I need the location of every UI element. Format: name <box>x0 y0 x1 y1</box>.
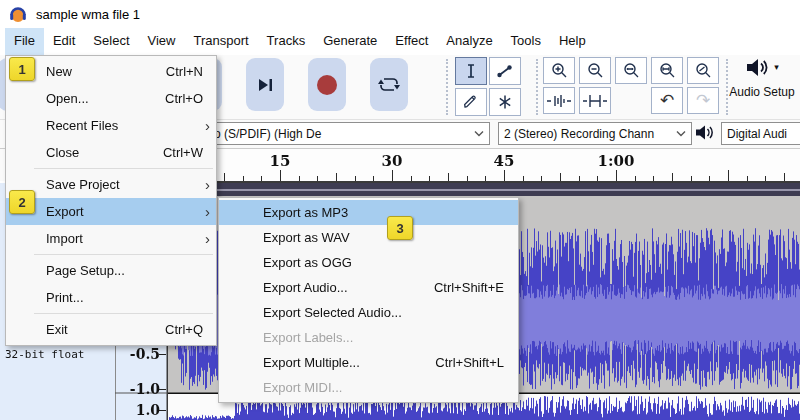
menubar-item-generate[interactable]: Generate <box>314 28 386 55</box>
submenu-arrow-icon: › <box>205 203 210 220</box>
envelope-tool-button[interactable] <box>489 57 521 85</box>
menu-item-new[interactable]: NewCtrl+N <box>6 58 216 85</box>
menu-item-export-as-mp3[interactable]: Export as MP3 <box>219 200 518 225</box>
timeline-label: 30 <box>382 152 403 170</box>
callout-badge-1: 1 <box>9 57 35 81</box>
menu-item-label: Import <box>46 231 83 246</box>
menu-item-export-selected-audio[interactable]: Export Selected Audio... <box>219 300 518 325</box>
menu-item-accelerator: Ctrl+Q <box>145 322 203 337</box>
menubar-item-analyze[interactable]: Analyze <box>437 28 501 55</box>
toolbar-grip[interactable] <box>536 59 538 115</box>
menu-item-accelerator: Ctrl+N <box>146 64 203 79</box>
menu-item-print[interactable]: Print... <box>6 284 216 311</box>
menubar-item-edit[interactable]: Edit <box>44 28 84 55</box>
loop-button[interactable] <box>370 58 408 111</box>
timeline-label: 1:00 <box>598 152 635 170</box>
timeline-ruler[interactable] <box>168 148 800 181</box>
multi-tool-button[interactable] <box>489 88 521 116</box>
menu-item-label: Open... <box>46 91 89 106</box>
menubar-item-view[interactable]: View <box>139 28 185 55</box>
playback-device-dropdown[interactable]: Digital Audi <box>721 122 800 145</box>
menu-item-exit[interactable]: ExitCtrl+Q <box>6 316 216 343</box>
speaker-icon <box>745 57 771 78</box>
menu-item-label: Print... <box>46 290 84 305</box>
menu-item-accelerator: Ctrl+Shift+E <box>414 280 504 295</box>
menu-item-open[interactable]: Open...Ctrl+O <box>6 85 216 112</box>
redo-button[interactable]: ↷ <box>687 87 719 114</box>
menu-item-label: Export as WAV <box>263 230 350 245</box>
menu-item-label: Export Labels... <box>263 330 353 345</box>
playback-speaker-icon <box>695 124 714 141</box>
draw-tool-button[interactable] <box>455 88 487 116</box>
zoom-in-button[interactable] <box>543 57 575 84</box>
menu-item-export-audio[interactable]: Export Audio...Ctrl+Shift+E <box>219 275 518 300</box>
titlebar: sample wma file 1 <box>0 0 800 28</box>
recording-channels-dropdown[interactable]: 2 (Stereo) Recording Chann <box>498 122 692 145</box>
toolbar-grip[interactable] <box>446 59 448 115</box>
menu-item-export-as-wav[interactable]: Export as WAV <box>219 225 518 250</box>
menu-item-close[interactable]: CloseCtrl+W <box>6 139 216 166</box>
menu-item-accelerator: Ctrl+O <box>145 91 203 106</box>
menu-item-accelerator: Ctrl+Shift+L <box>415 355 504 370</box>
menu-item-export-multiple[interactable]: Export Multiple...Ctrl+Shift+L <box>219 350 518 375</box>
selection-tool-button[interactable] <box>455 57 487 85</box>
menubar-item-help[interactable]: Help <box>550 28 595 55</box>
menu-item-save-project[interactable]: Save Project› <box>6 171 216 198</box>
menu-item-accelerator: Ctrl+W <box>143 145 203 160</box>
undo-icon: ↶ <box>660 92 674 109</box>
callout-badge-3: 3 <box>387 216 413 240</box>
zoom-toggle-button[interactable] <box>687 57 719 84</box>
menubar-item-select[interactable]: Select <box>84 28 138 55</box>
menu-separator <box>34 168 213 169</box>
menu-item-label: Recent Files <box>46 118 118 133</box>
timeline-label: 15 <box>270 152 291 170</box>
trim-audio-button[interactable] <box>543 87 575 114</box>
menu-item-page-setup[interactable]: Page Setup... <box>6 257 216 284</box>
file-menu: NewCtrl+NOpen...Ctrl+ORecent Files›Close… <box>5 55 217 346</box>
fit-project-button[interactable] <box>651 57 683 84</box>
recording-device-dropdown[interactable]: al Audio (S/PDIF) (High De <box>172 122 490 145</box>
skip-to-end-button[interactable] <box>246 58 284 111</box>
menu-item-label: Export Audio... <box>263 280 348 295</box>
menu-item-label: Export <box>46 204 84 219</box>
menu-item-export[interactable]: Export› <box>6 198 216 225</box>
playback-device-value: Digital Audi <box>727 127 787 141</box>
menu-item-label: Export as OGG <box>263 255 352 270</box>
menu-item-label: Save Project <box>46 177 120 192</box>
menubar-item-tools[interactable]: Tools <box>502 28 550 55</box>
silence-audio-button[interactable] <box>579 87 611 114</box>
timeline-label: 45 <box>494 152 515 170</box>
menu-item-label: Export Selected Audio... <box>263 305 402 320</box>
menu-item-label: Export MIDI... <box>263 380 342 395</box>
redo-icon: ↷ <box>696 92 710 109</box>
menu-item-recent-files[interactable]: Recent Files› <box>6 112 216 139</box>
menubar-item-effect[interactable]: Effect <box>386 28 437 55</box>
menu-item-export-midi: Export MIDI... <box>219 375 518 400</box>
audacity-logo-icon <box>8 4 28 24</box>
zoom-out-button[interactable] <box>579 57 611 84</box>
menu-separator <box>34 254 213 255</box>
audio-setup-label: Audio Setup <box>726 85 798 99</box>
submenu-arrow-icon: › <box>205 230 210 247</box>
fit-selection-button[interactable] <box>615 57 647 84</box>
menu-item-label: Export Multiple... <box>263 355 360 370</box>
menu-item-import[interactable]: Import› <box>6 225 216 252</box>
menu-item-export-labels: Export Labels... <box>219 325 518 350</box>
window-title: sample wma file 1 <box>36 7 140 22</box>
track-format-label: 32-bit float <box>5 348 84 361</box>
record-button[interactable] <box>308 58 346 111</box>
audio-setup-button[interactable]: ▾ Audio Setup <box>726 57 798 99</box>
menubar-item-transport[interactable]: Transport <box>184 28 257 55</box>
submenu-arrow-icon: › <box>205 176 210 193</box>
submenu-arrow-icon: › <box>205 117 210 134</box>
vertical-ruler-label: 1.0 <box>110 402 160 418</box>
menu-item-export-as-ogg[interactable]: Export as OGG <box>219 250 518 275</box>
menubar-item-tracks[interactable]: Tracks <box>258 28 315 55</box>
menu-item-label: Export as MP3 <box>263 205 348 220</box>
undo-button[interactable]: ↶ <box>651 87 683 114</box>
menu-item-label: New <box>46 64 72 79</box>
menubar-item-file[interactable]: File <box>5 28 44 55</box>
audio-setup-caret-icon: ▾ <box>774 62 779 72</box>
menu-item-label: Exit <box>46 322 68 337</box>
callout-badge-2: 2 <box>9 190 35 214</box>
